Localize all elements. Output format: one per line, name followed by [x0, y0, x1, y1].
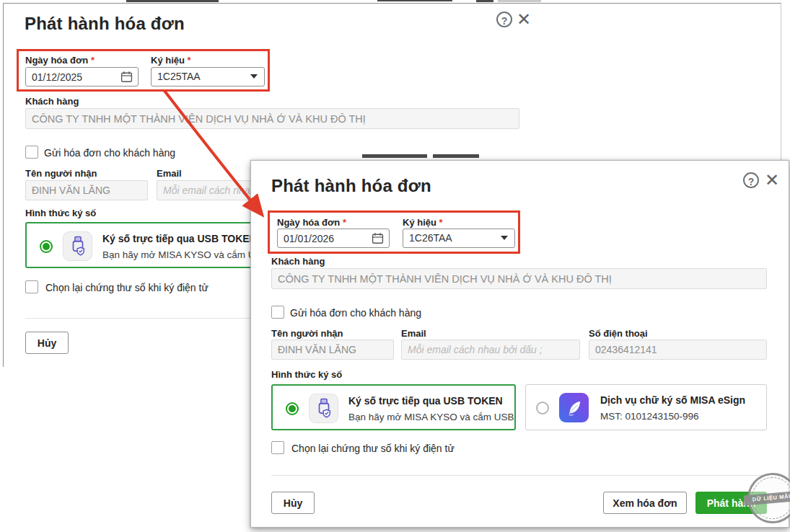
- reselect-certificate-checkbox[interactable]: [25, 280, 38, 293]
- required-mark: *: [439, 217, 443, 228]
- issue-invoice-dialog-front: Phát hành hóa đơn ? ✕ Ngày hóa đơn * Ký …: [250, 160, 789, 528]
- invoice-date-label: Ngày hóa đơn *: [25, 55, 95, 66]
- usb-token-subtitle: Bạn hãy mở MISA KYSO và cắm USB: [348, 412, 514, 422]
- usb-token-icon: [63, 231, 92, 261]
- esign-title: Dịch vụ chữ ký số MISA eSign: [600, 394, 745, 406]
- usb-token-title: Ký số trực tiếp qua USB TOKEN: [102, 233, 257, 244]
- dialog-title: Phát hành hóa đơn: [271, 176, 431, 196]
- close-icon[interactable]: ✕: [517, 12, 531, 27]
- sign-method-label: Hình thức ký số: [271, 369, 342, 380]
- email-label: Email: [401, 328, 426, 339]
- calendar-icon[interactable]: [120, 71, 133, 86]
- reselect-certificate-label[interactable]: Chọn lại chứng thư số khi ký điện tử: [291, 443, 455, 454]
- email-label: Email: [157, 168, 182, 179]
- sign-option-usb-token[interactable]: Ký số trực tiếp qua USB TOKEN Bạn hãy mở…: [271, 384, 516, 430]
- view-invoice-button[interactable]: Xem hóa đơn: [603, 492, 687, 514]
- sign-option-esign[interactable]: Dịch vụ chữ ký số MISA eSign MST: 010124…: [525, 384, 767, 430]
- clipped-text-artifact: [126, 0, 219, 2]
- serial-select[interactable]: 1C26TAA: [403, 229, 515, 248]
- reselect-certificate-label[interactable]: Chọn lại chứng thư số khi ký điện tử: [45, 282, 209, 293]
- recipient-name-label: Tên người nhận: [25, 168, 97, 179]
- sign-method-label: Hình thức ký số: [25, 208, 96, 218]
- invoice-date-label: Ngày hóa đơn *: [277, 217, 346, 228]
- clipped-text-artifact: [433, 154, 479, 158]
- close-icon[interactable]: ✕: [765, 172, 779, 188]
- chevron-down-icon: [250, 74, 258, 79]
- serial-label: Ký hiệu *: [403, 217, 443, 228]
- usb-token-radio[interactable]: [286, 402, 299, 415]
- reselect-certificate-checkbox[interactable]: [271, 441, 284, 454]
- usb-token-icon: [309, 394, 338, 423]
- usb-token-title: Ký số trực tiếp qua USB TOKEN: [348, 395, 503, 407]
- serial-select[interactable]: 1C25TAA: [151, 67, 265, 87]
- usb-token-subtitle: Bạn hãy mở MISA KYSO và cắm USB: [102, 249, 268, 260]
- chevron-down-icon: [501, 236, 508, 240]
- required-mark: *: [188, 55, 191, 66]
- clipped-text-artifact: [476, 0, 493, 2]
- cancel-button[interactable]: Hủy: [25, 332, 69, 354]
- clipped-text-artifact: [498, 0, 541, 2]
- esign-subtitle: MST: 0101243150-996: [600, 411, 699, 422]
- customer-input[interactable]: [271, 268, 767, 289]
- esign-radio[interactable]: [536, 402, 549, 414]
- dialog-title: Phát hành hóa đơn: [25, 14, 185, 34]
- esign-feather-icon: [559, 393, 589, 422]
- footer-divider: [271, 475, 767, 476]
- send-to-customer-label[interactable]: Gửi hóa đơn cho khách hàng: [290, 307, 421, 319]
- cancel-button[interactable]: Hủy: [271, 492, 315, 514]
- clipped-text-artifact: [362, 154, 427, 158]
- required-mark: *: [91, 55, 95, 66]
- customer-label: Khách hàng: [271, 256, 325, 267]
- calendar-icon[interactable]: [372, 232, 384, 247]
- send-to-customer-checkbox[interactable]: [271, 306, 284, 319]
- send-to-customer-label[interactable]: Gửi hóa đơn cho khách hàng: [44, 147, 175, 159]
- help-icon[interactable]: ?: [743, 172, 759, 188]
- phone-label: Số điện thoại: [589, 328, 648, 339]
- serial-label: Ký hiệu *: [151, 55, 191, 66]
- send-to-customer-checkbox[interactable]: [25, 146, 38, 159]
- help-icon[interactable]: ?: [496, 12, 512, 27]
- phone-input[interactable]: [589, 340, 767, 360]
- email-input[interactable]: [401, 340, 580, 360]
- customer-input[interactable]: [25, 108, 519, 129]
- customer-label: Khách hàng: [25, 96, 79, 107]
- usb-token-radio[interactable]: [40, 240, 53, 253]
- recipient-name-input[interactable]: [25, 180, 148, 200]
- clipped-text-artifact: [377, 0, 452, 1]
- required-mark: *: [343, 217, 346, 228]
- recipient-name-label: Tên người nhận: [271, 328, 343, 339]
- recipient-name-input[interactable]: [271, 340, 394, 360]
